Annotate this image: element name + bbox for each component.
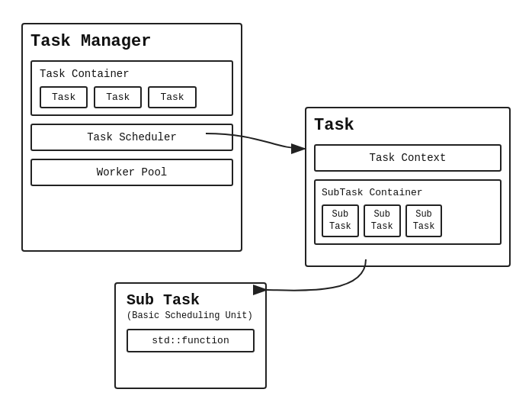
- task-btn-1: Task: [40, 86, 88, 108]
- sub-task-subtitle: (Basic Scheduling Unit): [127, 310, 255, 321]
- task-btn-3: Task: [148, 86, 196, 108]
- worker-pool-box: Worker Pool: [30, 159, 233, 186]
- subtask-btn-3: SubTask: [405, 204, 443, 237]
- subtask-btn-1: SubTask: [322, 204, 359, 237]
- std-function-box: std::function: [127, 329, 255, 352]
- task-scheduler-box: Task Scheduler: [30, 124, 233, 151]
- subtask-container-box: SubTask Container SubTask SubTask SubTas…: [314, 179, 502, 245]
- task-buttons: Task Task Task: [40, 86, 224, 108]
- subtask-buttons: SubTask SubTask SubTask: [322, 204, 494, 237]
- task-title: Task: [314, 116, 502, 135]
- sub-task-title: Sub Task: [127, 291, 255, 309]
- task-box: Task Task Context SubTask Container SubT…: [305, 107, 511, 267]
- task-manager-title: Task Manager: [30, 32, 233, 51]
- subtask-btn-2: SubTask: [364, 204, 401, 237]
- task-container-box: Task Container Task Task Task: [30, 60, 233, 116]
- task-manager-box: Task Manager Task Container Task Task Ta…: [21, 23, 242, 252]
- task-context-box: Task Context: [314, 144, 502, 172]
- task-btn-2: Task: [94, 86, 142, 108]
- diagram: Task Manager Task Container Task Task Ta…: [0, 0, 532, 415]
- sub-task-box: Sub Task (Basic Scheduling Unit) std::fu…: [114, 282, 267, 389]
- subtask-container-label: SubTask Container: [322, 187, 494, 198]
- task-container-label: Task Container: [40, 68, 224, 80]
